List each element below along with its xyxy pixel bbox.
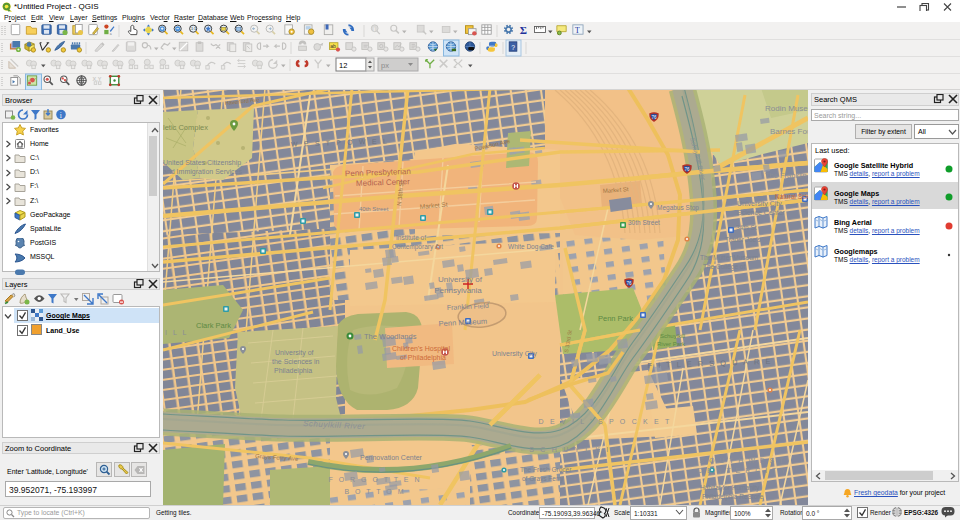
svg-text:United States Citizenship: United States Citizenship — [163, 159, 241, 167]
svg-text:Pennsylvania: Pennsylvania — [434, 286, 482, 295]
svg-text:Penn Park: Penn Park — [598, 314, 633, 323]
svg-text:76: 76 — [652, 115, 658, 120]
svg-text:Natural Scie: Natural Scie — [775, 193, 808, 200]
svg-text:Σ: Σ — [520, 24, 527, 36]
svg-text:Pennovation Center: Pennovation Center — [360, 454, 423, 461]
svg-text:?: ? — [511, 44, 515, 51]
svg-text:letic Complex: letic Complex — [163, 123, 208, 132]
svg-text:Science Center: Science Center — [737, 209, 786, 216]
svg-text:S O U T H W E S T: S O U T H W E S T — [699, 457, 784, 464]
svg-text:Philadelphia ReStore: Philadelphia ReStore — [702, 493, 763, 501]
svg-text:i: i — [60, 111, 62, 120]
svg-text:76: 76 — [627, 281, 633, 286]
svg-text:The Woodlands: The Woodlands — [364, 332, 417, 341]
svg-text:1:1: 1:1 — [191, 27, 196, 31]
svg-text:Children's Hospital: Children's Hospital — [392, 345, 451, 353]
svg-text:White Dog Cafe: White Dog Cafe — [508, 243, 554, 251]
svg-text:The Fresh Grocer: The Fresh Grocer — [520, 466, 572, 473]
svg-text:The College of: The College of — [703, 263, 745, 271]
svg-text:C E N T E R C I T Y: C E N T E R C I T Y — [697, 467, 787, 474]
svg-text:Rodin Museum: Rodin Museum — [765, 104, 808, 113]
svg-text:Trader Joe's: Trader Joe's — [725, 236, 761, 243]
svg-text:40th Street: 40th Street — [359, 206, 389, 212]
svg-text:Clark Park: Clark Park — [196, 321, 231, 330]
svg-text:University City: University City — [492, 350, 537, 358]
svg-text:ab: ab — [330, 43, 336, 49]
svg-text:Philadelphia: Philadelphia — [274, 367, 312, 375]
svg-text:of Grays Ferry: of Grays Ferry — [522, 475, 564, 483]
svg-text:University of: University of — [438, 275, 483, 284]
svg-text:X,Y: X,Y — [93, 76, 102, 82]
svg-text:Schuylkill: Schuylkill — [660, 333, 685, 339]
svg-text:a: a — [110, 32, 112, 36]
svg-text:the Sciences in: the Sciences in — [272, 358, 320, 365]
svg-text:76: 76 — [685, 167, 691, 172]
svg-text:T: T — [575, 26, 580, 35]
svg-text:Barnes Foundat: Barnes Foundat — [770, 127, 808, 136]
svg-text:I L L: I L L — [165, 329, 188, 336]
svg-text:D E V I L ' S P O C K E T: D E V I L ' S P O C K E T — [539, 418, 672, 425]
svg-text:of Philadelphia: of Philadelphia — [400, 354, 446, 362]
svg-text:F O R G O T T E N: F O R G O T T E N — [329, 476, 422, 483]
svg-text:B O T T O M: B O T T O M — [344, 488, 405, 495]
svg-text:30th Street: 30th Street — [628, 219, 660, 226]
svg-text:34th St: 34th St — [736, 224, 757, 231]
svg-text:i: i — [373, 26, 374, 32]
svg-text:px: px — [381, 61, 389, 70]
svg-text:and Immigration Services: and Immigration Services — [163, 168, 242, 176]
svg-text:12: 12 — [339, 61, 347, 70]
svg-text:Megabus Stop: Megabus Stop — [657, 204, 699, 212]
svg-text:University City: University City — [737, 200, 782, 208]
svg-text:S C H U Y L K I L L: S C H U Y L K I L L — [529, 446, 630, 453]
svg-text:University of: University of — [275, 349, 314, 357]
svg-text:Habitat for Humanity: Habitat for Humanity — [700, 484, 760, 492]
svg-text:The Mütter Museum: The Mütter Museum — [700, 254, 758, 261]
svg-text:River Park: River Park — [657, 341, 686, 347]
svg-text:The Franklin Institut: The Franklin Institut — [765, 171, 808, 180]
svg-text:Institute of: Institute of — [396, 234, 426, 241]
svg-text:Contemporary Art: Contemporary Art — [392, 243, 443, 251]
